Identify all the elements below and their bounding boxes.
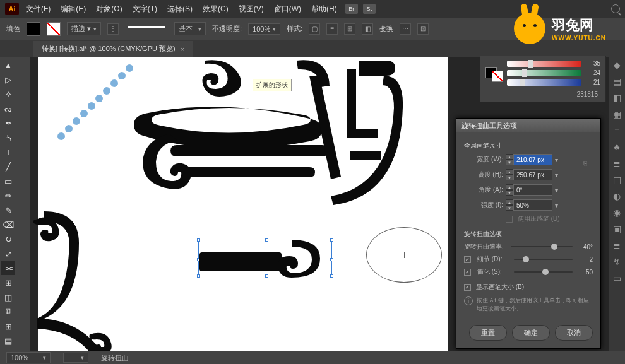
intensity-input[interactable]: 50% [513,199,552,211]
panel-appearance-icon[interactable]: ◉ [611,207,622,218]
shape-mode-icon[interactable]: ◧ [362,23,373,35]
menu-effect[interactable]: 效果(C) [198,2,233,16]
tool-gradient[interactable]: ▤ [1,334,15,348]
tool-eraser[interactable]: ⌫ [1,218,15,232]
tool-direct-select[interactable]: ▷ [1,73,15,86]
tool-selection[interactable]: ▲ [1,58,15,72]
width-label: 宽度 (W): [464,155,503,164]
tool-shape-builder[interactable]: ◫ [1,290,15,304]
document-tab[interactable]: 转换] [转换].ai* @ 100% (CMYK/GPU 预览) × [33,41,193,57]
simplify-slider[interactable] [514,271,573,273]
ok-button[interactable]: 确定 [512,325,550,341]
reset-button[interactable]: 重置 [469,325,507,341]
style-swatch[interactable]: ▢ [309,23,320,35]
show-size-checkbox[interactable] [464,284,471,291]
rate-slider[interactable] [511,246,573,247]
height-input[interactable]: 250.67 px [513,169,552,180]
brush-def-label: 基本 [179,24,193,33]
zoom-dropdown[interactable]: 100% [6,352,51,363]
tool-mesh[interactable]: ⊞ [1,319,15,333]
panel-properties-icon[interactable]: ◆ [611,59,622,71]
tool-type[interactable]: T [1,145,15,159]
tool-magic-wand[interactable]: ✧ [1,87,15,101]
width-input[interactable]: 210.07 px [513,154,552,165]
stroke-weight-dropdown[interactable]: 描边 ▾ [67,22,101,35]
magenta-value: 24 [585,69,600,76]
width-spinner[interactable]: ▲▼210.07 px [506,154,552,165]
tool-perspective[interactable]: ⧉ [1,305,15,319]
tool-rectangle[interactable]: ▭ [1,174,15,188]
panel-stroke-icon[interactable]: ≣ [611,158,622,169]
search-icon[interactable] [611,4,620,13]
extra2-icon[interactable]: ⊡ [417,23,429,35]
menu-edit[interactable]: 编辑(E) [56,2,90,16]
vsp-icon[interactable]: ⋮ [107,23,119,35]
stroke-preview[interactable] [128,26,165,32]
panel-color-icon[interactable]: ◧ [611,92,622,103]
panel-brushes-icon[interactable]: ≡ [611,125,622,136]
panel-gradient-icon[interactable]: ◫ [611,174,622,185]
menu-select[interactable]: 选择(S) [163,2,197,16]
detail-slider[interactable] [514,259,573,260]
transform-label[interactable]: 变换 [379,24,393,33]
stroke-swatch[interactable] [47,22,61,36]
tool-paintbrush[interactable]: ✏ [1,189,15,203]
tool-pen[interactable]: ✒ [1,116,15,130]
align-icon[interactable]: ≡ [326,23,338,35]
tool-rotate[interactable]: ↻ [1,232,15,246]
tool-width[interactable]: ⫘ [1,261,15,275]
panel-artboards-icon[interactable]: ▭ [611,273,622,284]
menu-help[interactable]: 帮助(H) [307,2,342,16]
section-brush-size: 全局画笔尺寸 [464,141,593,150]
menu-view[interactable]: 视图(V) [234,2,268,16]
slider-cyan[interactable] [507,61,581,67]
tool-line[interactable]: ╱ [1,160,15,173]
panel-transparency-icon[interactable]: ◐ [611,191,622,202]
color-panel-swatch[interactable] [485,67,503,82]
close-icon[interactable]: × [181,45,184,53]
tool-scale[interactable]: ⤢ [1,247,15,261]
pressure-label: 使用压感笔 (U) [518,214,560,223]
menu-type[interactable]: 文字(T) [128,2,162,16]
opacity-dropdown[interactable]: 100% [248,23,280,35]
slider-yellow[interactable] [507,79,581,86]
show-size-label: 显示画笔大小 (B) [476,283,524,291]
menu-window[interactable]: 窗口(W) [270,2,306,16]
tool-curvature[interactable]: ᔂ [1,131,15,144]
panel-symbols-icon[interactable]: ♣ [611,141,622,153]
extra1-icon[interactable]: ⋯ [400,23,411,35]
detail-checkbox[interactable] [464,256,471,263]
simplify-checkbox[interactable] [464,269,471,276]
panel-graphic-styles-icon[interactable]: ▣ [611,223,622,235]
artboard[interactable]: 扩展的形状 [38,57,448,351]
intensity-spinner[interactable]: ▲▼50% [506,199,552,211]
hex-value[interactable]: 231815 [485,91,600,98]
artboard-nav-dropdown[interactable] [63,353,88,363]
panel-asset-export-icon[interactable]: ↯ [611,256,622,267]
tool-panel: ▲ ▷ ✧ ᔓ ✒ ᔂ T ╱ ▭ ✏ ✎ ⌫ ↻ ⤢ ⫘ ⊞ ◫ ⧉ ⊞ ▤ … [0,57,30,351]
panel-layers-icon[interactable]: ≣ [611,240,622,251]
panel-swatches-icon[interactable]: ▦ [611,109,622,120]
height-spinner[interactable]: ▲▼250.67 px [506,169,552,180]
menu-object[interactable]: 对象(O) [92,2,126,16]
angle-spinner[interactable]: ▲▼0° [506,184,552,196]
panel-libraries-icon[interactable]: ▤ [611,76,622,87]
tool-free-transform[interactable]: ⊞ [1,276,15,290]
align2-icon[interactable]: ⊞ [344,23,355,35]
cancel-button[interactable]: 取消 [555,325,593,341]
menu-file[interactable]: 文件(F) [21,2,55,16]
angle-input[interactable]: 0° [513,184,552,196]
dialog-title[interactable]: 旋转扭曲工具选项 [456,119,600,132]
control-fill-label: 填色 [6,24,20,33]
brush-def-dropdown[interactable]: 基本 [174,22,206,35]
stock-icon[interactable]: St [363,4,376,14]
fill-swatch[interactable] [27,22,40,36]
link-icon[interactable]: ⎘ [581,158,589,167]
section-twirl: 旋转扭曲选项 [464,230,593,238]
bridge-icon[interactable]: Br [345,4,358,14]
slider-magenta[interactable] [507,70,581,76]
color-panel: 35 24 21 231815 [480,56,606,102]
tool-shaper[interactable]: ✎ [1,203,15,217]
opacity-label: 不透明度: [212,24,242,33]
tool-lasso[interactable]: ᔓ [1,102,15,115]
